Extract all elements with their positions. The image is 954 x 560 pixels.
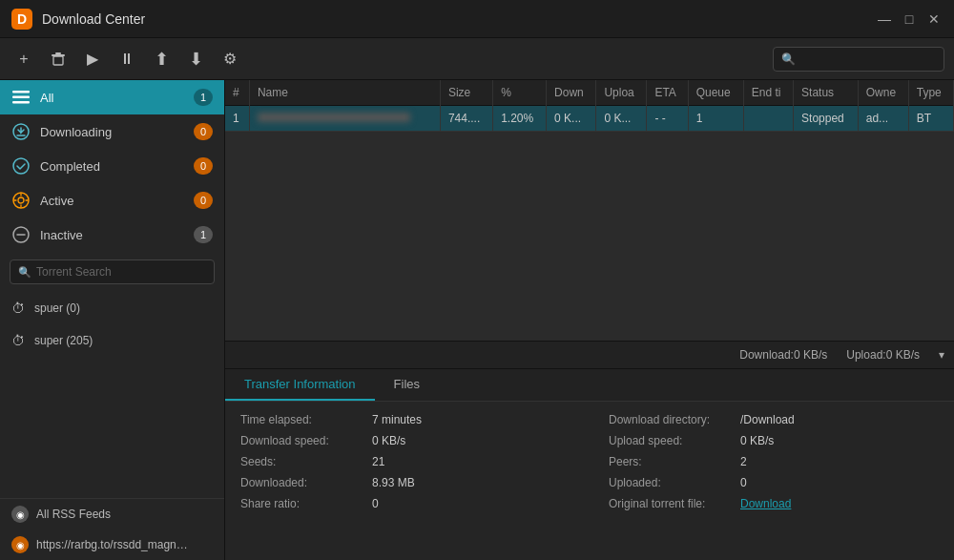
col-num: # — [225, 80, 249, 106]
move-up-button[interactable]: ⬆ — [147, 45, 176, 73]
col-eta: ETA — [647, 80, 688, 106]
toolbar: + ▶ ⏸ ⬆ ⬇ ⚙ 🔍 — [0, 38, 954, 80]
svg-rect-1 — [52, 54, 65, 56]
inactive-badge: 1 — [194, 226, 213, 243]
titlebar-title: Download Center — [42, 11, 145, 27]
peers-row: Peers: 2 — [609, 455, 939, 468]
inactive-label: Inactive — [40, 228, 184, 242]
sidebar: All 1 Downloading 0 Completed 0 Active 0 — [0, 80, 225, 560]
downloading-icon — [11, 122, 31, 141]
download-table-area[interactable]: # Name Size % Down Uploa ETA Queue End t… — [225, 80, 954, 341]
name-blurred — [258, 113, 410, 122]
download-table: # Name Size % Down Uploa ETA Queue End t… — [225, 80, 954, 132]
time-elapsed-value: 7 minutes — [372, 413, 422, 426]
settings-button[interactable]: ⚙ — [216, 45, 244, 73]
seeds-row: Seeds: 21 — [240, 455, 570, 468]
time-elapsed-row: Time elapsed: 7 minutes — [240, 413, 570, 426]
delete-button[interactable] — [44, 45, 73, 73]
dl-speed-row: Download speed: 0 KB/s — [240, 434, 570, 447]
sidebar-item-completed[interactable]: Completed 0 — [0, 149, 224, 183]
sidebar-user-spuer[interactable]: ⏱ spuer (0) — [0, 292, 224, 324]
cell-percent: 1.20% — [493, 106, 547, 132]
cell-eta: - - — [647, 106, 688, 132]
maximize-button[interactable]: □ — [901, 10, 918, 28]
sidebar-item-inactive[interactable]: Inactive 1 — [0, 218, 224, 252]
window-controls: — □ ✕ — [876, 10, 943, 28]
share-ratio-row: Share ratio: 0 — [240, 497, 570, 510]
uploaded-row: Uploaded: 0 — [609, 476, 939, 489]
status-bar: Download:0 KB/s Upload:0 KB/s ▾ — [225, 341, 954, 369]
user-icon2: ⏱ — [11, 333, 25, 348]
table-header-row: # Name Size % Down Uploa ETA Queue End t… — [225, 80, 954, 106]
downloading-label: Downloading — [40, 125, 184, 139]
svg-point-9 — [18, 197, 24, 203]
sidebar-item-active[interactable]: Active 0 — [0, 183, 224, 218]
downloaded-row: Downloaded: 8.93 MB — [240, 476, 570, 489]
sidebar-item-all[interactable]: All 1 — [0, 80, 224, 114]
col-type: Type — [908, 80, 953, 106]
cell-endtime — [743, 106, 793, 132]
share-ratio-value: 0 — [372, 497, 379, 510]
downloading-badge: 0 — [194, 123, 213, 140]
bottom-panel: Transfer Information Files Time elapsed:… — [225, 369, 954, 560]
user-label-spuer: spuer (0) — [34, 301, 80, 315]
cell-upload: 0 K... — [596, 106, 647, 132]
user-label-super: super (205) — [34, 334, 93, 347]
transfer-info-panel: Time elapsed: 7 minutes Download speed: … — [225, 402, 954, 560]
peers-label: Peers: — [609, 455, 733, 468]
torrent-file-download-link[interactable]: Download — [740, 497, 791, 510]
sidebar-item-downloading[interactable]: Downloading 0 — [0, 114, 224, 149]
table-row[interactable]: 1 744.... 1.20% 0 K... 0 K... - - 1 Stop… — [225, 106, 954, 132]
toolbar-search-input[interactable] — [801, 52, 936, 66]
sidebar-search-box: 🔍 — [10, 259, 215, 284]
minimize-button[interactable]: — — [876, 10, 893, 28]
svg-rect-0 — [53, 56, 63, 65]
cell-size: 744.... — [440, 106, 492, 132]
titlebar-left: D Download Center — [11, 9, 145, 30]
toolbar-search-box: 🔍 — [773, 47, 944, 72]
cell-type: BT — [908, 106, 953, 132]
search-icon: 🔍 — [781, 52, 796, 66]
tab-transfer-information[interactable]: Transfer Information — [225, 369, 375, 401]
torrent-file-row: Original torrent file: Download — [609, 497, 939, 510]
active-label: Active — [40, 194, 184, 208]
all-badge: 1 — [194, 89, 213, 106]
inactive-icon — [11, 225, 31, 244]
ul-speed-row: Upload speed: 0 KB/s — [609, 434, 939, 447]
main-layout: All 1 Downloading 0 Completed 0 Active 0 — [0, 80, 954, 560]
ul-speed-label: Upload speed: — [609, 434, 733, 447]
rss-all-feeds[interactable]: ◉ All RSS Feeds — [0, 499, 224, 529]
svg-point-7 — [13, 158, 29, 174]
share-ratio-label: Share ratio: — [240, 497, 364, 510]
tabs-row: Transfer Information Files — [225, 369, 954, 402]
svg-rect-4 — [12, 96, 30, 99]
cell-owner: ad... — [858, 106, 908, 132]
seeds-label: Seeds: — [240, 455, 364, 468]
all-icon — [11, 88, 31, 107]
torrent-file-label: Original torrent file: — [609, 497, 733, 510]
peers-value: 2 — [740, 455, 747, 468]
tab-files[interactable]: Files — [375, 369, 439, 401]
close-button[interactable]: ✕ — [925, 10, 943, 28]
rss-section: ◉ All RSS Feeds ◉ https://rarbg.to/rssdd… — [0, 498, 224, 560]
dl-speed-value: 0 KB/s — [372, 434, 405, 447]
rss-rarbg-label: https://rarbg.to/rssdd_magnet.p — [36, 538, 189, 551]
transfer-info-right: Download directory: /Download Upload spe… — [609, 413, 939, 549]
dl-dir-label: Download directory: — [609, 413, 733, 426]
user-icon: ⏱ — [11, 301, 25, 316]
expand-panel-button[interactable]: ▾ — [939, 348, 944, 362]
rss-rarbg[interactable]: ◉ https://rarbg.to/rssdd_magnet.p — [0, 529, 224, 560]
move-down-button[interactable]: ⬇ — [181, 45, 210, 73]
titlebar: D Download Center — □ ✕ — [0, 0, 954, 38]
download-speed-status: Download:0 KB/s — [739, 348, 827, 362]
torrent-search-input[interactable] — [36, 265, 206, 279]
col-endtime: End ti — [743, 80, 793, 106]
add-button[interactable]: + — [10, 45, 38, 73]
sidebar-user-super[interactable]: ⏱ super (205) — [0, 324, 224, 357]
dl-speed-label: Download speed: — [240, 434, 364, 447]
search-icon: 🔍 — [18, 266, 31, 279]
cell-status: Stopped — [794, 106, 859, 132]
uploaded-label: Uploaded: — [609, 476, 733, 489]
pause-button[interactable]: ⏸ — [113, 45, 141, 73]
play-button[interactable]: ▶ — [78, 45, 107, 73]
